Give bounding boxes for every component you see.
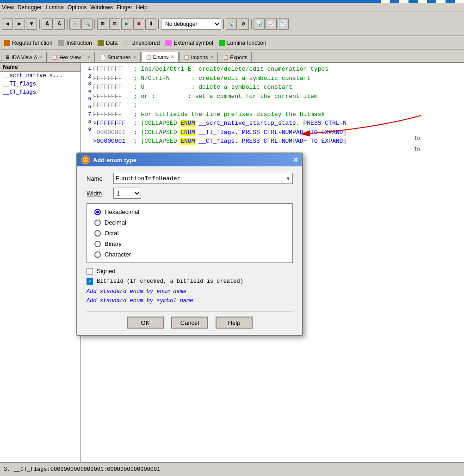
tab-enums-label: Enums	[153, 54, 169, 60]
code-line-5: FFFFFFFF ;	[93, 101, 460, 110]
tb-stop-btn[interactable]: ■	[133, 18, 144, 30]
radio-octal[interactable]: Octal	[94, 230, 285, 237]
legend-data: Data	[98, 40, 118, 46]
tab-ida-view[interactable]: 🖥 IDA View-A ✕	[1, 52, 47, 62]
help-button[interactable]: Help	[216, 317, 253, 329]
menu-finger[interactable]: Finger	[117, 4, 132, 11]
tb-extra3-btn[interactable]: 📉	[278, 18, 289, 30]
tb-down-btn[interactable]: ▼	[26, 18, 37, 30]
radio-dec-label: Decimal	[105, 219, 126, 226]
tab-imports-close[interactable]: ✕	[210, 55, 214, 60]
tb-remote-btn[interactable]: 📡	[226, 18, 237, 30]
radio-character[interactable]: Character	[94, 251, 285, 258]
cancel-button[interactable]: Cancel	[171, 317, 208, 329]
menu-lumina[interactable]: Lumina	[46, 4, 64, 11]
tb-proc-btn[interactable]: ⚙	[238, 18, 249, 30]
tab-exports-icon: 📋	[223, 55, 229, 60]
menu-debugger[interactable]: Debugger	[18, 4, 42, 11]
bitfield-checkbox-item[interactable]: Bitfield (If checked, a bitfield is crea…	[87, 278, 293, 285]
enum-highlight-3: ENUM	[180, 138, 195, 145]
line-content-7: ; [COLLAPSED ENUM __scrt_native_startup_…	[130, 119, 346, 128]
legend-instruction: Instruction	[58, 40, 92, 46]
tb-font-btn[interactable]: A	[42, 18, 53, 30]
debugger-select[interactable]: No debugger	[161, 18, 221, 30]
tab-exports[interactable]: 📋 Exports	[219, 52, 252, 62]
tab-enums[interactable]: 📋 Enums ✕	[142, 52, 179, 62]
tb-grid-btn[interactable]: ⊞	[97, 18, 108, 30]
add-enum-by-symbol-link[interactable]: Add standard enum by symbol name	[87, 298, 293, 304]
tb-font2-btn[interactable]: A	[54, 18, 65, 30]
tab-hex-label: Hex View-1	[59, 55, 85, 60]
tb-back-btn[interactable]: ◀	[2, 18, 13, 30]
tb-search-btn[interactable]: 🔍	[81, 18, 93, 30]
signed-checkbox-item[interactable]: Signed	[87, 268, 293, 275]
tab-imports-label: Imports	[191, 55, 208, 60]
dialog-close-btn[interactable]: ✕	[293, 156, 298, 164]
line-content-5: ;	[130, 101, 137, 110]
tb-warn-btn[interactable]: ⚠	[69, 18, 80, 30]
status-bar: 3. __CT_flags:0000000000000001:000000000…	[0, 462, 464, 476]
tab-struct-close[interactable]: ✕	[133, 55, 136, 60]
sidebar-item-ct-flags[interactable]: __CT_flags	[0, 88, 80, 97]
code-content: 1 2 3 4 5 6 7 8 9 FFFFFFFF ; Ins/Del/Ctr…	[85, 65, 460, 146]
accent-block	[436, 0, 445, 3]
add-enum-dialog[interactable]: 😊 Add enum type ✕ Name ▼ Width 1 2 4 8	[76, 153, 303, 336]
legend-color-regular	[4, 40, 10, 46]
tab-struct-label: Structures	[107, 55, 130, 60]
code-line-1: FFFFFFFF ; Ins/Del/Ctrl-E: create/delete…	[93, 65, 460, 74]
code-line-4: FFFFFFFF ; or : : set a comment for the …	[93, 92, 460, 101]
signed-checkbox[interactable]	[87, 268, 93, 275]
menu-view[interactable]: View	[2, 4, 14, 11]
addr-6: FFFFFFFF	[93, 110, 130, 119]
name-dropdown-arrow[interactable]: ▼	[284, 176, 292, 181]
accent-block	[418, 0, 427, 3]
tab-enums-close[interactable]: ✕	[171, 55, 174, 59]
menu-bar: View Debugger Lumina Options Windows Fin…	[0, 3, 464, 12]
sidebar: Name __scrt_native_s... __TI_flags __CT_…	[0, 63, 81, 462]
tb-grid2-btn[interactable]: ⊟	[109, 18, 120, 30]
radio-binary[interactable]: Binary	[94, 240, 285, 247]
tab-hex-icon: 📋	[52, 55, 57, 60]
menu-help[interactable]: Help	[136, 4, 148, 11]
tb-extra1-btn[interactable]: 📊	[254, 18, 265, 30]
accent-block	[371, 0, 381, 3]
ok-button[interactable]: OK	[127, 317, 164, 329]
name-input[interactable]	[114, 175, 284, 182]
line-content-3: ; U : delete a symbolic constant	[130, 83, 292, 92]
addr-7: >FFFFFFFF	[93, 119, 130, 128]
tab-ida-label: IDA View-A	[12, 55, 37, 60]
name-input-wrapper[interactable]: ▼	[113, 173, 293, 184]
menu-windows[interactable]: Windows	[90, 4, 113, 11]
tab-hex-view[interactable]: 📋 Hex View-1 ✕	[48, 52, 95, 62]
radio-dec-circle	[94, 220, 101, 226]
tb-pause-btn[interactable]: ⏸	[145, 18, 156, 30]
tab-imports[interactable]: 📋 Imports ✕	[179, 52, 218, 62]
legend-color-data	[98, 40, 104, 46]
menu-options[interactable]: Options	[68, 4, 87, 11]
tab-ida-close[interactable]: ✕	[39, 55, 43, 60]
width-select[interactable]: 1 2 4 8	[113, 188, 141, 199]
radio-decimal[interactable]: Decimal	[94, 219, 285, 226]
legend-label-regular: Regular function	[12, 40, 52, 46]
radio-hexadecimal[interactable]: Hexadecimal	[94, 208, 285, 215]
tab-hex-close[interactable]: ✕	[87, 55, 91, 60]
sidebar-item-ti-flags[interactable]: __TI_flags	[0, 80, 80, 88]
dialog-title-text: Add enum type	[93, 157, 136, 164]
accent-block	[399, 0, 408, 3]
accent-block	[390, 0, 399, 3]
radio-box: Hexadecimal Decimal Octal Binary Charact…	[87, 203, 293, 263]
radio-bin-label: Binary	[105, 240, 122, 247]
sidebar-item-scrt[interactable]: __scrt_native_s...	[0, 72, 80, 80]
tb-sep6	[251, 19, 252, 29]
radio-oct-circle	[94, 230, 101, 237]
tb-forward-btn[interactable]: ▶	[14, 18, 25, 30]
bitfield-checkbox[interactable]	[87, 278, 93, 285]
tb-run-btn[interactable]: ▶	[121, 18, 132, 30]
legend-lumina: Lumina function	[219, 40, 266, 46]
tb-extra2-btn[interactable]: 📈	[266, 18, 277, 30]
tab-structures[interactable]: 📄 Structures ✕	[96, 52, 140, 62]
enum-highlight-2: ENUM	[180, 129, 195, 136]
width-row: Width 1 2 4 8	[87, 188, 293, 199]
add-enum-by-name-link[interactable]: Add standard enum by enum name	[87, 288, 293, 295]
width-label: Width	[87, 190, 110, 197]
